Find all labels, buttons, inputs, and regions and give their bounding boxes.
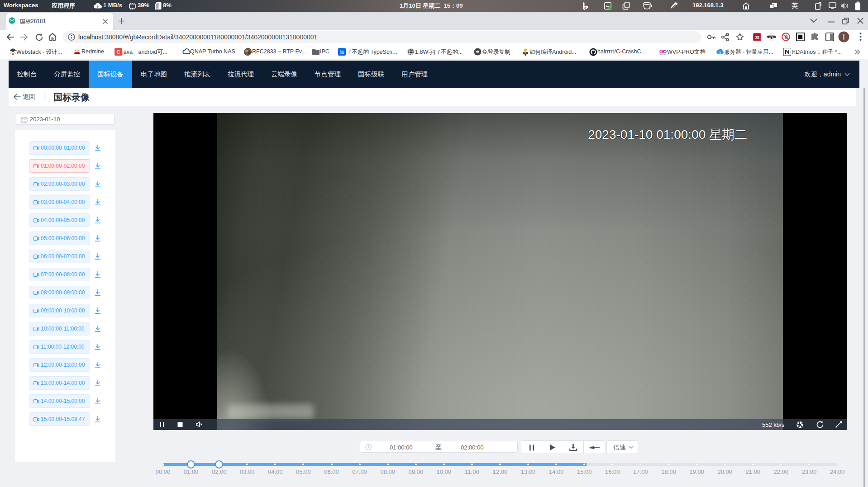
svg-text:知: 知 [340, 50, 344, 55]
svg-text:JS: JS [755, 35, 760, 40]
svg-text:C: C [117, 49, 120, 55]
svg-text:WVP-PRO: WVP-PRO [659, 54, 667, 56]
